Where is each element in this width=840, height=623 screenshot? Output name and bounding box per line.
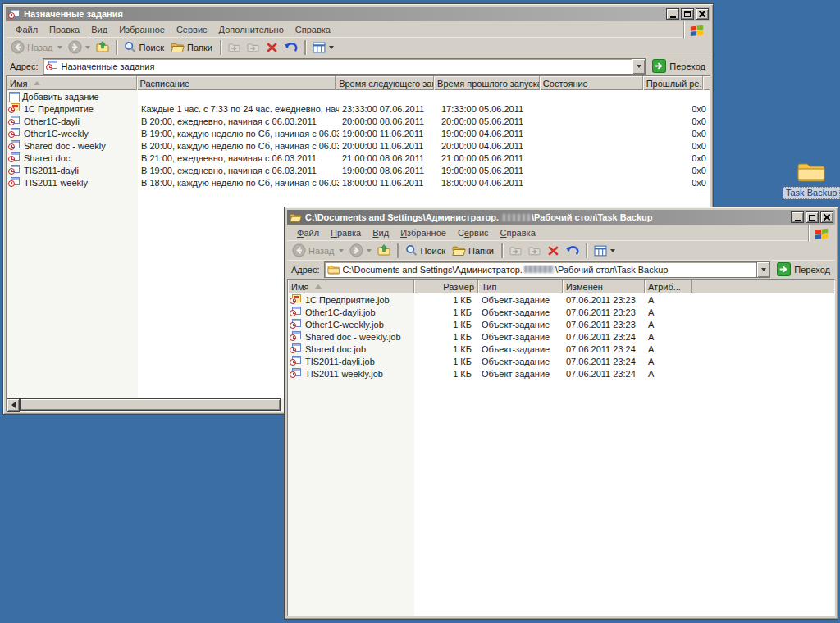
up-button[interactable]: [375, 243, 393, 257]
forward-icon: [68, 40, 82, 54]
menu-view[interactable]: Вид: [86, 23, 112, 36]
undo-button[interactable]: [563, 243, 582, 257]
address-dropdown-button[interactable]: [632, 59, 645, 74]
go-button[interactable]: Переход: [650, 59, 708, 73]
scroll-left-button[interactable]: [7, 398, 20, 412]
table-row[interactable]: TIS2011-dayli.job 1 КБ Объект-задание 07…: [288, 355, 834, 367]
views-dropdown-icon[interactable]: [329, 46, 334, 49]
views-icon: [313, 42, 326, 53]
table-row[interactable]: TIS2011-weekly В 18:00, каждую неделю по…: [7, 176, 710, 189]
maximize-button[interactable]: [806, 211, 819, 223]
close-icon: [699, 11, 705, 17]
menu-help[interactable]: Справка: [290, 23, 336, 36]
sort-ascending-icon: [34, 81, 40, 85]
back-button[interactable]: Назад: [290, 243, 346, 258]
folder-icon: [797, 161, 826, 184]
forward-dropdown-icon[interactable]: [85, 46, 90, 49]
views-dropdown-icon[interactable]: [610, 249, 615, 252]
back-icon: [292, 243, 306, 257]
desktop-icon-task-backup[interactable]: Task Backup: [783, 161, 840, 199]
column-header-modified[interactable]: Изменен: [563, 280, 645, 293]
menu-favorites[interactable]: Избранное: [114, 23, 170, 36]
column-header-size[interactable]: Размер: [414, 280, 478, 293]
menu-file[interactable]: Файл: [11, 23, 43, 36]
close-button[interactable]: [820, 211, 833, 223]
column-header-schedule[interactable]: Расписание: [137, 76, 336, 90]
forward-button[interactable]: [347, 243, 374, 258]
go-arrow-icon: [652, 59, 666, 73]
column-header-last-run[interactable]: Время прошлого запуска: [434, 76, 540, 90]
address-input[interactable]: Назначенные задания: [43, 58, 646, 75]
address-input[interactable]: C:\Documents and Settings\Администратор.…: [324, 261, 771, 278]
back-dropdown-icon[interactable]: [57, 46, 62, 49]
menu-file[interactable]: Файл: [292, 226, 324, 239]
column-header-next-run[interactable]: Время следующего зап...: [336, 76, 434, 90]
minimize-button[interactable]: [666, 8, 679, 20]
menu-tools[interactable]: Сервис: [171, 23, 212, 36]
table-row[interactable]: Other1C-dayli.job 1 КБ Объект-задание 07…: [288, 306, 834, 318]
task-icon: [8, 116, 21, 126]
search-button[interactable]: Поиск: [121, 40, 167, 54]
address-bar: Адрес: Назначенные задания Переход: [6, 57, 710, 75]
forward-icon: [349, 243, 363, 257]
move-to-button[interactable]: [507, 244, 525, 257]
close-button[interactable]: [696, 8, 709, 20]
job-file-icon: [290, 307, 302, 317]
menu-advanced[interactable]: Дополнительно: [214, 23, 289, 36]
column-header-status[interactable]: Состояние: [540, 76, 643, 90]
table-row[interactable]: Shared doc - weekly.job 1 КБ Объект-зада…: [288, 330, 834, 343]
maximize-button[interactable]: [681, 8, 694, 20]
1c-job-file-icon: [290, 294, 302, 305]
menu-view[interactable]: Вид: [368, 226, 394, 239]
column-header-filler: [703, 76, 710, 90]
up-button[interactable]: [94, 40, 112, 54]
copy-to-button[interactable]: [526, 244, 544, 257]
undo-button[interactable]: [281, 40, 300, 54]
delete-button[interactable]: [545, 244, 562, 257]
menu-help[interactable]: Справка: [495, 226, 541, 239]
folders-button[interactable]: Папки: [168, 41, 216, 54]
table-row[interactable]: Other1C-weekly В 19:00, каждую неделю по…: [7, 127, 710, 139]
views-button[interactable]: [591, 244, 618, 257]
table-row[interactable]: Shared doc В 21:00, ежедневно, начиная с…: [7, 152, 710, 164]
title-bar[interactable]: Назначенные задания: [6, 7, 710, 21]
table-row[interactable]: Other1C-dayli В 20:00, ежедневно, начина…: [7, 115, 710, 127]
folders-button[interactable]: Папки: [450, 244, 497, 257]
column-header-attributes[interactable]: Атриб...: [645, 280, 692, 293]
menu-edit[interactable]: Правка: [44, 23, 84, 36]
table-row[interactable]: Shared doc.job 1 КБ Объект-задание 07.06…: [288, 343, 834, 355]
title-bar[interactable]: C:\Documents and Settings\Администратор.…: [287, 210, 835, 225]
table-row[interactable]: 1С Предприятие Каждые 1 час. с 7:33 по 2…: [7, 102, 710, 115]
delete-button[interactable]: [263, 41, 281, 54]
back-dropdown-icon[interactable]: [339, 249, 344, 252]
table-row[interactable]: Other1C-weekly.job 1 КБ Объект-задание 0…: [288, 318, 834, 330]
scrollbar-thumb[interactable]: [20, 398, 281, 411]
back-button[interactable]: Назад: [8, 39, 65, 55]
go-button[interactable]: Переход: [774, 262, 833, 276]
back-icon: [11, 40, 25, 54]
column-header-type[interactable]: Тип: [478, 280, 563, 293]
add-task-icon: [8, 92, 19, 102]
column-header-name[interactable]: Имя: [7, 76, 137, 90]
add-task-row[interactable]: Добавить задание: [7, 90, 710, 102]
table-row[interactable]: 1С Предприятие.job 1 КБ Объект-задание 0…: [288, 293, 834, 306]
move-to-button[interactable]: [226, 41, 244, 54]
table-row[interactable]: TIS2011-dayli В 19:00, ежедневно, начина…: [7, 164, 710, 176]
minimize-button[interactable]: [791, 211, 804, 223]
menu-tools[interactable]: Сервис: [453, 226, 494, 239]
views-button[interactable]: [310, 41, 336, 54]
menu-favorites[interactable]: Избранное: [395, 226, 451, 239]
chevron-down-icon: [761, 268, 766, 271]
job-file-icon: [290, 319, 302, 330]
column-header-name[interactable]: Имя: [288, 280, 414, 293]
menu-edit[interactable]: Правка: [326, 226, 366, 239]
forward-dropdown-icon[interactable]: [367, 249, 372, 252]
address-dropdown-button[interactable]: [756, 262, 769, 277]
table-row[interactable]: TIS2011-weekly.job 1 КБ Объект-задание 0…: [288, 367, 834, 380]
copy-to-button[interactable]: [244, 41, 262, 54]
search-button[interactable]: Поиск: [403, 243, 449, 257]
table-row[interactable]: Shared doc - weekly В 20:00, каждую неде…: [7, 139, 710, 152]
forward-button[interactable]: [66, 39, 93, 55]
sort-ascending-icon: [315, 284, 322, 289]
column-header-last-result[interactable]: Прошлый ре...: [643, 76, 703, 90]
